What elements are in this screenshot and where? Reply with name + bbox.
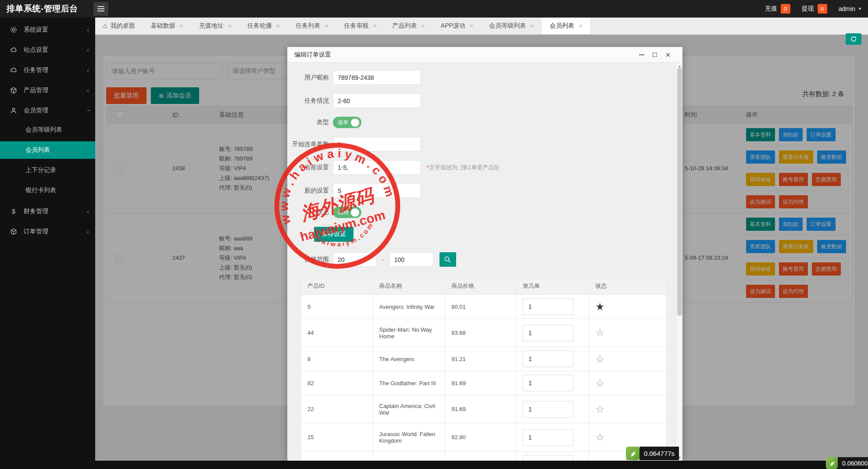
tab-member-level-list[interactable]: 会员等级列表×: [481, 18, 542, 34]
product-row: 44 Spider-Man: No Way Home 83.68 ☆: [301, 319, 666, 347]
star-icon[interactable]: ☆: [595, 431, 604, 443]
user-menu[interactable]: admin ▼: [839, 5, 862, 12]
topbar-right: 充值 0 提现 0 admin ▼: [765, 0, 862, 18]
sidebar-item-finance-management[interactable]: $ 财务管理‹: [0, 203, 95, 219]
price-max-input[interactable]: [389, 252, 433, 267]
order-number-input[interactable]: [523, 375, 573, 391]
status-label: 状态: [287, 208, 333, 216]
price-min-input[interactable]: [333, 252, 377, 267]
type-toggle[interactable]: 连单: [333, 117, 361, 128]
sidebar-item-order-management[interactable]: 订单管理‹: [0, 223, 95, 240]
tab-app-scroll[interactable]: APP滚动×: [433, 18, 481, 34]
close-icon[interactable]: ×: [421, 22, 425, 29]
new-setting-input[interactable]: [333, 183, 421, 198]
tab-basic-data[interactable]: 基础数据×: [143, 18, 191, 34]
order-number-input[interactable]: [523, 325, 573, 341]
close-icon[interactable]: ×: [579, 22, 582, 29]
star-icon[interactable]: ☆: [595, 458, 604, 461]
chevron-left-icon: ‹: [87, 86, 89, 94]
current-setting-label: 当前设置: [287, 164, 333, 172]
product-id: 15: [301, 423, 373, 451]
product-price: 91.21: [445, 347, 517, 371]
close-icon[interactable]: ×: [325, 22, 328, 29]
price-search-button[interactable]: [439, 252, 456, 267]
cube-icon: [10, 228, 18, 236]
sidebar-item-task-management[interactable]: 任务管理‹: [0, 62, 95, 78]
dash: -: [382, 256, 384, 263]
tab-task-review[interactable]: 任务审核×: [336, 18, 384, 34]
sidebar-item-member-level-list[interactable]: 会员等级列表: [0, 121, 95, 139]
star-icon[interactable]: ☆: [595, 327, 604, 339]
withdraw-stat[interactable]: 提现 0: [802, 4, 827, 14]
close-icon[interactable]: ×: [530, 22, 534, 29]
top-bar: 排单系统-管理后台 充值 0 提现 0 admin ▼: [0, 0, 868, 18]
scrollbar-thumb[interactable]: [677, 68, 682, 316]
sidebar-item-score-records[interactable]: 上下分记录: [0, 161, 95, 179]
page-perf-badge: 0.060600: [826, 457, 868, 469]
star-icon[interactable]: ★: [595, 301, 604, 313]
tab-bar: ⌂我的桌面 基础数据× 充值地址× 任务轮播× 任务列表× 任务审核× 产品列表…: [95, 18, 868, 35]
nickname-input[interactable]: [333, 70, 421, 85]
product-id: 16: [301, 451, 373, 461]
cloud-icon: [10, 46, 18, 54]
status-toggle[interactable]: 启用: [333, 207, 361, 218]
close-icon[interactable]: ×: [470, 22, 473, 29]
render-time: 0.060600: [838, 457, 868, 469]
nickname-label: 用户昵称: [287, 74, 333, 82]
sidebar-item-product-management[interactable]: 产品管理‹: [0, 82, 95, 98]
close-icon[interactable]: ×: [276, 22, 280, 29]
sidebar-item-site-settings[interactable]: 站点设置‹: [0, 42, 95, 58]
product-price: 94.25: [445, 451, 517, 461]
star-icon[interactable]: ☆: [595, 377, 604, 389]
modal-title-bar[interactable]: 编辑订单设置 ×: [287, 47, 682, 63]
sub-item-label: 银行卡列表: [25, 186, 56, 194]
tab-label: 会员等级列表: [489, 22, 526, 30]
tab-label: 任务轮播: [247, 22, 272, 30]
product-row: 82 The Godfather: Part III 91.69 ☆: [301, 371, 666, 395]
user-icon: [10, 107, 18, 115]
tab-member-list[interactable]: 会员列表×: [542, 18, 590, 34]
star-icon[interactable]: ☆: [595, 353, 604, 365]
tab-recharge-address[interactable]: 充值地址×: [191, 18, 239, 34]
modal-scrollbar[interactable]: ▲ ▼: [676, 63, 682, 461]
tab-task-list[interactable]: 任务列表×: [288, 18, 336, 34]
product-name: The Avengers: [373, 347, 446, 371]
order-number-input[interactable]: [523, 401, 573, 418]
start-count-input[interactable]: [333, 137, 421, 151]
gear-icon: [10, 26, 18, 34]
modal-title: 编辑订单设置: [294, 51, 331, 59]
refresh-button[interactable]: [846, 33, 861, 45]
recharge-count-badge: 0: [781, 4, 790, 14]
save-settings-button[interactable]: 保存设置: [314, 227, 354, 242]
hamburger-menu-icon[interactable]: [93, 2, 108, 16]
sidebar-item-member-management[interactable]: 会员管理‹: [0, 102, 95, 118]
order-number-input[interactable]: [523, 351, 573, 367]
maximize-icon[interactable]: [652, 52, 658, 58]
star-icon[interactable]: ☆: [595, 403, 604, 415]
tab-home[interactable]: ⌂我的桌面: [95, 18, 143, 34]
tab-task-carousel[interactable]: 任务轮播×: [239, 18, 288, 34]
close-icon[interactable]: ×: [373, 22, 376, 29]
footer-bar: [95, 461, 868, 469]
cube-icon: [10, 86, 18, 94]
minimize-icon[interactable]: [639, 52, 645, 58]
tab-product-list[interactable]: 产品列表×: [385, 18, 433, 34]
order-number-input[interactable]: [523, 298, 573, 315]
toggle-knob: [351, 208, 359, 217]
render-time: 0.064777s: [639, 447, 679, 460]
tab-label: 充值地址: [199, 22, 224, 30]
close-icon[interactable]: ×: [665, 52, 671, 58]
order-number-input[interactable]: [523, 455, 573, 461]
close-icon[interactable]: ×: [228, 22, 232, 29]
sidebar-item-bank-card-list[interactable]: 银行卡列表: [0, 182, 95, 199]
col-status: 状态: [589, 278, 666, 294]
task-status-input[interactable]: [333, 93, 421, 108]
product-name: Frozen: [373, 451, 446, 461]
sidebar-item-system-settings[interactable]: 系统设置‹: [0, 21, 95, 38]
close-icon[interactable]: ×: [180, 22, 183, 29]
recharge-stat[interactable]: 充值 0: [765, 4, 790, 14]
current-setting-input[interactable]: [333, 160, 421, 175]
sidebar-item-member-list[interactable]: 会员列表: [0, 141, 95, 159]
tab-label: APP滚动: [441, 22, 465, 30]
order-number-input[interactable]: [523, 429, 573, 446]
